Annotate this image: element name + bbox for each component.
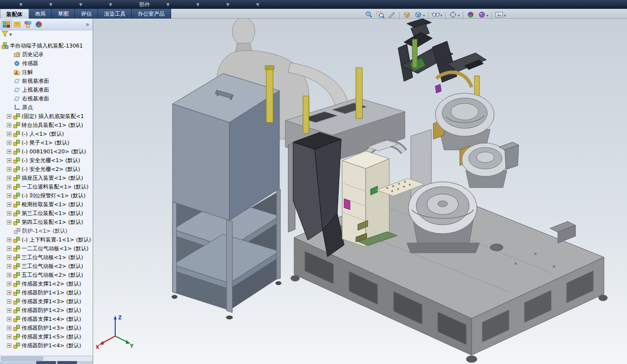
menu-dropdown[interactable]: ▼ (213, 2, 243, 7)
camera-views-dropdown[interactable]: ▾ (504, 14, 506, 18)
viewport-canvas[interactable]: Z X Y (93, 19, 627, 364)
tree-item[interactable]: 原点 (0, 103, 93, 112)
expander-icon[interactable]: + (7, 299, 11, 304)
tree-item[interactable]: +传感器支撑1<5> (默认) (0, 332, 93, 341)
tree-item[interactable]: 右视基准面 (0, 94, 93, 103)
expander-icon[interactable]: + (7, 185, 11, 189)
expander-icon[interactable]: + (7, 255, 11, 260)
ribbon-tab[interactable]: 装配体 (0, 9, 29, 19)
panel-expand-chevron[interactable]: » (83, 21, 92, 28)
expander-icon[interactable]: + (7, 264, 11, 268)
tree-item[interactable]: +传感器支撑1<3> (默认) (0, 297, 93, 306)
tree-item[interactable]: +五工位气动板<2> (默认) (0, 270, 93, 279)
expander-icon[interactable]: + (7, 211, 11, 216)
camera-views-button[interactable]: ▾ (494, 10, 507, 21)
tree-item[interactable]: +(-) 人<1> (默认) (0, 129, 93, 138)
menu-dropdown[interactable]: ▼ (183, 2, 213, 7)
view-orientation-button[interactable] (401, 10, 412, 21)
tree-item[interactable]: +三工位气动板<2> (默认) (0, 262, 93, 270)
tree-item[interactable]: +三工位气动板<1> (默认) (0, 253, 93, 262)
tree-item[interactable]: +检测拾取装置<1> (默认) (0, 200, 93, 209)
filter-funnel-icon[interactable] (1, 30, 8, 39)
tree-item[interactable]: +传感器防护1<1> (默认) (0, 288, 93, 297)
tree-item[interactable]: +(-) 安全光栅<2> (默认) (0, 165, 93, 173)
tree-item[interactable]: 半自动端子插入机装配-13061 (0, 41, 93, 50)
expander-icon[interactable]: + (7, 282, 11, 286)
tree-item[interactable]: +转台治具装配<1> (默认) (0, 121, 93, 129)
ribbon-tab[interactable]: 渲染工具 (98, 9, 132, 19)
zoom-fit-button[interactable] (364, 10, 375, 21)
bowl-feeder-3[interactable] (407, 182, 479, 253)
ribbon-tab[interactable]: 评估 (75, 9, 98, 19)
menu-dropdown[interactable]: ▼ (36, 2, 66, 7)
menu-parts[interactable]: 部件 (139, 1, 150, 8)
expander-icon[interactable]: + (7, 141, 11, 145)
menu-dropdown[interactable]: ▼ (66, 2, 96, 7)
expander-icon[interactable]: + (7, 158, 11, 163)
menu-dropdown[interactable]: ▼ (243, 2, 273, 7)
expander-icon[interactable]: + (7, 326, 11, 330)
expander-icon[interactable]: + (7, 335, 11, 339)
bowl-feeder-1[interactable] (433, 93, 494, 150)
tree-item[interactable]: +传感器防护1<3> (默认) (0, 323, 93, 332)
expander-icon[interactable]: + (7, 114, 11, 119)
bottom-tab-stub[interactable] (36, 361, 56, 364)
tree-item[interactable]: 传感器 (0, 59, 93, 68)
display-style-dropdown[interactable]: ▾ (423, 14, 425, 18)
tree-item[interactable]: +传感器支撑1<4> (默认) (0, 315, 93, 323)
tree-item[interactable]: +插座压入装置<1> (默认) (0, 173, 93, 182)
expander-icon[interactable]: + (7, 220, 11, 224)
expander-icon[interactable]: + (7, 194, 11, 198)
expander-icon[interactable]: + (7, 132, 11, 136)
apply-scene-button[interactable]: ▾ (477, 10, 490, 21)
expander-icon[interactable]: + (7, 308, 11, 313)
hide-show-items-button[interactable]: ▾ (430, 10, 444, 21)
expander-icon[interactable]: + (7, 343, 11, 348)
ribbon-tab[interactable]: 草图 (52, 9, 75, 19)
hide-show-items-dropdown[interactable]: ▾ (441, 14, 443, 18)
panel-horizontal-scrollbar[interactable] (0, 356, 93, 361)
expander-icon[interactable]: + (7, 238, 11, 242)
bottom-tab-stub[interactable] (57, 361, 77, 364)
section-view-button[interactable] (386, 10, 397, 21)
tree-item[interactable]: +传感器支撑1<2> (默认) (0, 279, 93, 288)
panel-tab-featuremanager[interactable] (1, 20, 12, 29)
tree-item[interactable]: 防护-1<1> (默认) (0, 226, 93, 235)
tree-item[interactable]: +传感器防护1<2> (默认) (0, 306, 93, 315)
tree-item[interactable]: +传感器防护1<4> (默认) (0, 341, 93, 350)
tree-item[interactable]: A注解 (0, 68, 93, 76)
expander-icon[interactable]: + (7, 149, 11, 154)
edit-appearance-button[interactable] (465, 10, 476, 21)
tree-item[interactable]: +第三工位装配<1> (默认) (0, 209, 93, 218)
tree-item[interactable]: +一工位退料装配<1> (默认) (0, 182, 93, 191)
tree-item[interactable]: 上视基准面 (0, 85, 93, 94)
panel-tab-configurationmanager[interactable] (23, 20, 33, 29)
tree-item[interactable]: +(-) 上下料装置-1<1> (默认) (0, 235, 93, 244)
apply-scene-dropdown[interactable]: ▾ (487, 14, 489, 18)
tree-item[interactable]: +第四工位装配<1> (默认) (0, 218, 93, 226)
graphics-viewport[interactable]: Z X Y (93, 19, 627, 364)
menu-dropdown[interactable]: ▼ (6, 2, 36, 7)
tree-item[interactable]: 前视基准面 (0, 76, 93, 85)
tree-item[interactable]: +(-) 0081901<20> (默认) (0, 147, 93, 156)
expander-icon[interactable]: + (7, 291, 11, 295)
panel-tab-displaymanager[interactable] (33, 20, 44, 29)
expander-icon[interactable]: + (7, 317, 11, 321)
expander-icon[interactable]: + (7, 167, 11, 171)
scrollbar-thumb[interactable] (1, 357, 43, 361)
tree-item[interactable]: +(-) 到位报警灯<1> (默认) (0, 191, 93, 200)
tree-item[interactable]: 历史记录 (0, 50, 93, 59)
menu-dropdown[interactable]: ▼ (153, 2, 183, 7)
panel-tab-propertymanager[interactable] (12, 20, 23, 29)
view-settings-button[interactable]: ▾ (448, 10, 461, 21)
cabinet-cart[interactable] (172, 73, 281, 319)
expander-icon[interactable]: + (7, 273, 11, 277)
display-style-button[interactable]: ▾ (413, 10, 426, 21)
tree-item[interactable]: +(-) 安全光栅<1> (默认) (0, 156, 93, 165)
tree-item[interactable]: +(-) 凳子<1> (默认) (0, 138, 93, 147)
menu-dropdown[interactable]: ▼ (96, 2, 125, 7)
expander-icon[interactable]: + (7, 123, 11, 127)
expander-icon[interactable]: + (7, 202, 11, 207)
ribbon-tab[interactable]: 办公室产品 (132, 9, 171, 19)
expander-icon[interactable]: + (7, 246, 11, 251)
